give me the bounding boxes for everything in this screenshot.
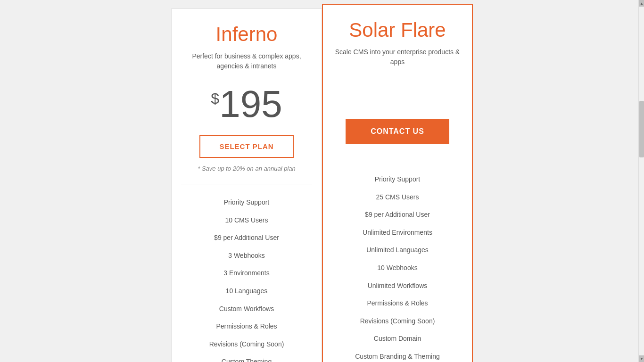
solar-flare-card: Solar Flare Scale CMS into your enterpri… — [322, 4, 473, 362]
inferno-features-list: Priority Support 10 CMS Users $9 per Add… — [181, 194, 312, 362]
list-item: 10 Languages — [181, 282, 312, 300]
list-item: 25 CMS Users — [332, 189, 462, 206]
scrollbar-up-arrow[interactable]: ▲ — [639, 0, 644, 7]
inferno-plan-name: Inferno — [181, 23, 312, 46]
solar-flare-features-list: Priority Support 25 CMS Users $9 per Add… — [332, 171, 462, 362]
list-item: 10 Webhooks — [332, 259, 462, 277]
solar-flare-cta-wrapper: CONTACT US — [332, 119, 462, 151]
scrollbar[interactable]: ▲ ▼ — [638, 0, 644, 362]
list-item: Custom Workflows — [181, 300, 312, 318]
inferno-plan-price: $195 — [181, 85, 312, 123]
list-item: Priority Support — [181, 194, 312, 212]
solar-flare-plan-name: Solar Flare — [332, 19, 462, 41]
inferno-card: Inferno Perfect for business & complex a… — [171, 8, 322, 362]
list-item: 3 Environments — [181, 264, 312, 282]
solar-flare-price-spacer — [332, 81, 462, 119]
scrollbar-down-arrow[interactable]: ▼ — [639, 355, 644, 362]
inferno-currency: $ — [211, 91, 219, 106]
list-item: Custom Theming — [181, 353, 312, 362]
list-item: $9 per Additional User — [181, 229, 312, 247]
select-plan-button[interactable]: SELECT PLAN — [199, 135, 294, 158]
list-item: Permissions & Roles — [181, 318, 312, 336]
page-container: Inferno Perfect for business & complex a… — [0, 0, 644, 362]
solar-flare-plan-description: Scale CMS into your enterprise products … — [332, 47, 462, 67]
list-item: Revisions (Coming Soon) — [181, 336, 312, 354]
list-item: Unlimited Languages — [332, 241, 462, 259]
list-item: Unlimited Environments — [332, 224, 462, 242]
list-item: Custom Branding & Theming — [332, 348, 462, 362]
inferno-save-notice: * Save up to 20% on an annual plan — [181, 165, 312, 172]
scrollbar-thumb[interactable] — [639, 101, 644, 157]
list-item: $9 per Additional User — [332, 206, 462, 224]
list-item: Unlimited Workflows — [332, 277, 462, 295]
inferno-divider — [181, 184, 312, 184]
list-item: 10 CMS Users — [181, 212, 312, 230]
list-item: Priority Support — [332, 171, 462, 189]
list-item: Revisions (Coming Soon) — [332, 313, 462, 330]
inferno-cta-wrapper: SELECT PLAN — [181, 135, 312, 165]
inferno-amount: 195 — [219, 83, 282, 125]
list-item: 3 Webhooks — [181, 247, 312, 265]
contact-us-button[interactable]: CONTACT US — [346, 119, 449, 144]
solar-flare-divider — [332, 161, 462, 161]
pricing-wrapper: Inferno Perfect for business & complex a… — [171, 4, 473, 362]
list-item: Permissions & Roles — [332, 295, 462, 313]
inferno-plan-description: Perfect for business & complex apps, age… — [181, 51, 312, 71]
list-item: Custom Domain — [332, 330, 462, 348]
